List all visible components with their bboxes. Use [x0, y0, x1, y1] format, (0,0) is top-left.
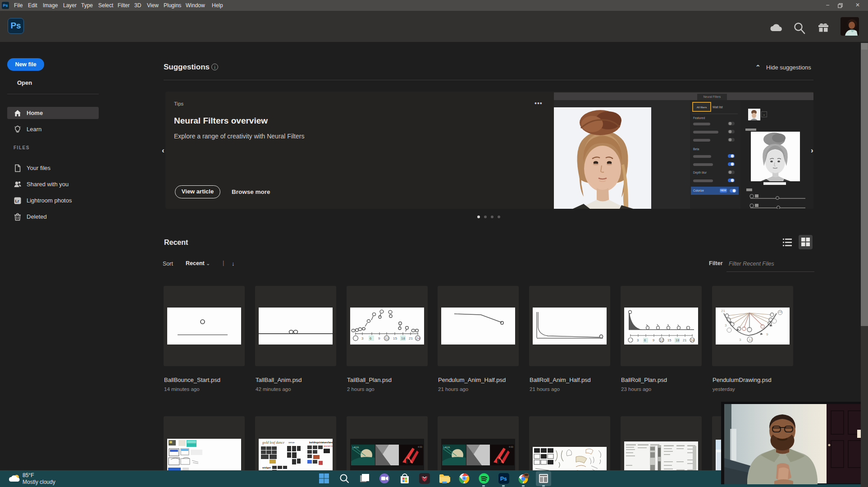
svg-text:12: 12 [749, 338, 753, 342]
svg-text:12: 12 [660, 338, 663, 342]
svg-text:15: 15 [667, 338, 671, 342]
svg-text:3: 3 [637, 338, 639, 342]
svg-text:9: 9 [378, 336, 380, 340]
svg-text:widget: widget [262, 466, 271, 469]
svg-text:Lr: Lr [15, 199, 19, 203]
svg-text:9: 9 [653, 338, 654, 342]
svg-text:21: 21 [683, 338, 686, 342]
svg-text:3: 3 [725, 323, 727, 327]
svg-text:18: 18 [401, 336, 405, 340]
svg-text:21: 21 [409, 336, 413, 340]
svg-text:9: 9 [766, 332, 768, 336]
svg-text:12: 12 [385, 336, 389, 340]
svg-text:15: 15 [393, 336, 397, 340]
svg-text:3: 3 [361, 336, 364, 340]
svg-text:21: 21 [721, 309, 725, 313]
svg-text:6: 6 [644, 338, 646, 342]
svg-text:LAYA: LAYA [443, 446, 450, 449]
svg-text:18: 18 [676, 338, 679, 342]
svg-text:gold leaf dance: gold leaf dance [262, 441, 285, 445]
svg-text:special interest: special interest [324, 445, 333, 447]
svg-text:Ps: Ps [500, 476, 507, 482]
svg-text:buildings/statues/landscape: buildings/statues/landscape [309, 441, 333, 444]
svg-text:venue: venue [288, 441, 295, 444]
svg-text:6: 6 [370, 336, 372, 340]
svg-text:3: 3 [739, 338, 741, 342]
svg-text:24: 24 [416, 336, 420, 340]
svg-text:LAYA: LAYA [352, 446, 359, 449]
svg-text:4:00: 4:00 [418, 446, 422, 448]
svg-text:4:00: 4:00 [509, 446, 513, 448]
svg-text:24: 24 [690, 338, 694, 342]
